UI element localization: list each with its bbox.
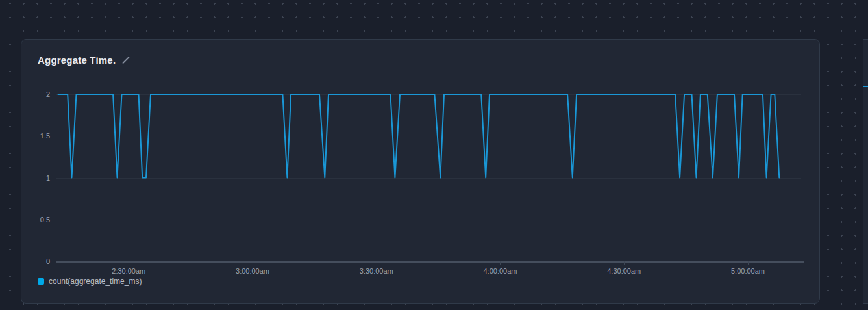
x-axis-tick [500,261,501,265]
adjacent-panel-edge [863,39,868,304]
x-axis-tick [129,261,129,265]
y-axis-tick-label: 1 [21,175,50,182]
x-axis-tick-label: 5:00:00am [731,267,765,275]
adjacent-chart-line-stub [863,86,868,87]
chart-panel: Aggregate Time. 21.510.502:30:00am3:00:0… [21,39,820,304]
y-axis-tick-label: 2 [21,91,50,98]
x-axis-tick-label: 2:30:00am [112,267,145,275]
x-axis-tick [624,261,625,265]
legend-item[interactable]: count(aggregate_time_ms) [38,277,142,286]
x-axis-tick-label: 3:00:00am [236,267,269,275]
series-line [58,94,780,178]
x-axis-tick-label: 4:30:00am [607,267,641,275]
y-axis-tick-label: 1.5 [21,133,50,140]
x-axis-tick [748,261,749,265]
plot-area[interactable]: 21.510.502:30:00am3:00:00am3:30:00am4:00… [21,40,819,303]
series-line-svg [56,94,801,261]
x-axis-tick [253,261,253,265]
x-axis-tick-label: 3:30:00am [360,267,393,275]
x-axis-tick-label: 4:00:00am [483,267,517,275]
y-axis-tick-label: 0.5 [21,216,50,224]
x-axis-tick [377,261,377,265]
series-label: count(aggregate_time_ms) [49,277,142,286]
series-color-swatch [38,278,44,285]
y-axis-tick-label: 0 [21,258,50,265]
